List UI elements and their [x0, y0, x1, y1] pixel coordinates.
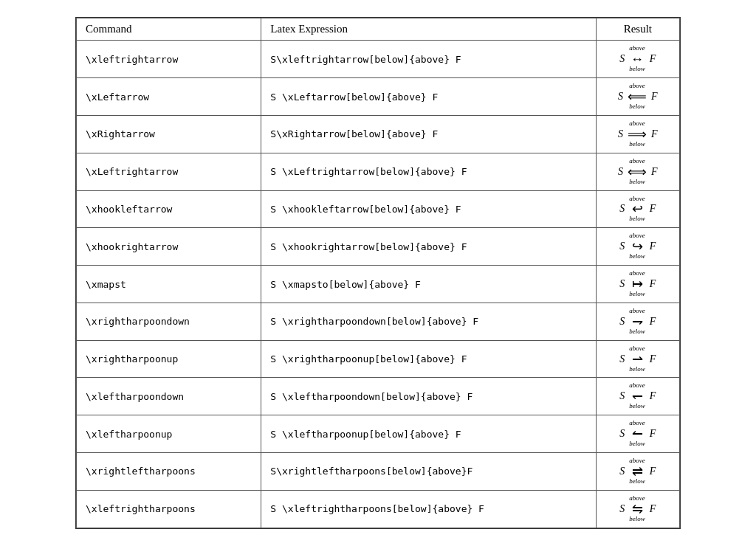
result-display: Sabove⟹belowF — [605, 120, 670, 148]
result-display: Sabove⟺belowF — [605, 158, 670, 186]
s-label: S — [619, 203, 625, 215]
result-display: Sabove↼belowF — [605, 420, 670, 448]
command-cell: \xLeftrightarrow — [77, 153, 261, 190]
arrow-group: above⇌below — [629, 457, 645, 485]
s-label: S — [619, 53, 625, 65]
arrow-symbol: ⇋ — [632, 502, 643, 516]
f-label: F — [650, 316, 656, 328]
arrow-symbol: ⟸ — [628, 90, 647, 103]
latex-cell: S \xhookleftarrow[below]{above} F — [261, 190, 596, 228]
below-label: below — [629, 291, 645, 298]
result-display: Sabove⇁belowF — [605, 308, 670, 336]
header-latex: Latex Expression — [261, 18, 596, 41]
arrow-symbol: ⟹ — [628, 128, 647, 141]
result-cell: Sabove⇋belowF — [596, 490, 679, 528]
table-row: \xrightharpoonupS \xrightharpoonup[below… — [77, 340, 680, 378]
result-cell: Sabove⇁belowF — [596, 303, 679, 340]
s-label: S — [619, 390, 625, 402]
table-row: \xleftharpoondownS \xleftharpoondown[bel… — [77, 378, 680, 415]
command-cell: \xhookleftarrow — [77, 190, 261, 228]
arrow-group: above⟹below — [628, 120, 647, 148]
arrow-symbol: ↦ — [632, 277, 643, 291]
table-row: \xhookleftarrowS \xhookleftarrow[below]{… — [77, 190, 680, 228]
arrow-symbol: ↔ — [630, 52, 644, 66]
s-label: S — [619, 241, 625, 252]
latex-cell: S \xmapsto[below]{above} F — [261, 266, 596, 303]
table-row: \xmapstS \xmapsto[below]{above} FSabove↦… — [77, 266, 680, 303]
below-label: below — [629, 141, 645, 148]
command-cell: \xleftrightarrow — [77, 41, 261, 78]
result-cell: Sabove↽belowF — [596, 378, 679, 415]
latex-cell: S \xrightharpoondown[below]{above} F — [261, 303, 596, 340]
table-row: \xleftharpoonupS \xleftharpoonup[below]{… — [77, 415, 680, 453]
result-cell: Sabove⟹belowF — [596, 115, 679, 153]
result-cell: Sabove↪belowF — [596, 228, 679, 266]
result-cell: Sabove⟺belowF — [596, 153, 679, 190]
s-label: S — [619, 466, 625, 477]
command-cell: \xleftharpoonup — [77, 415, 261, 453]
s-label: S — [619, 503, 625, 515]
arrow-symbol: ⇀ — [632, 353, 643, 366]
command-cell: \xrightleftharpoons — [77, 453, 261, 491]
below-label: below — [629, 328, 645, 336]
below-label: below — [629, 66, 645, 73]
command-cell: \xrightharpoondown — [77, 303, 261, 340]
arrow-group: above↼below — [629, 420, 645, 448]
result-display: Sabove↔belowF — [605, 45, 670, 73]
table-row: \xrightleftharpoonsS\xrightleftharpoons[… — [77, 453, 680, 491]
arrow-group: above⇋below — [629, 495, 645, 523]
command-cell: \xRightarrow — [77, 115, 261, 153]
table-header-row: Command Latex Expression Result — [77, 18, 680, 41]
command-cell: \xleftharpoondown — [77, 378, 261, 415]
arrow-symbol: ⇌ — [632, 465, 643, 478]
s-label: S — [619, 428, 625, 440]
arrow-group: above⟺below — [628, 158, 647, 186]
f-label: F — [651, 166, 658, 178]
arrow-group: above↪below — [629, 232, 645, 260]
table-row: \xleftrightharpoonsS \xleftrightharpoons… — [77, 490, 680, 528]
below-label: below — [629, 253, 645, 260]
latex-commands-table: Command Latex Expression Result \xleftri… — [76, 18, 680, 528]
table-row: \xhookrightarrowS \xhookrightarrow[below… — [77, 228, 680, 266]
arrow-symbol: ↼ — [632, 427, 643, 440]
f-label: F — [650, 466, 656, 477]
table-row: \xrightharpoondownS \xrightharpoondown[b… — [77, 303, 680, 340]
arrow-group: above↽below — [629, 382, 645, 410]
arrow-group: above⟸below — [628, 83, 647, 111]
s-label: S — [618, 128, 623, 140]
result-cell: Sabove↩belowF — [596, 190, 679, 228]
latex-cell: S\xleftrightarrow[below]{above} F — [261, 41, 596, 78]
latex-cell: S \xleftharpoondown[below]{above} F — [261, 378, 596, 415]
arrow-symbol: ⇁ — [632, 315, 643, 328]
table-row: \xleftrightarrowS\xleftrightarrow[below]… — [77, 41, 680, 78]
latex-cell: S \xleftharpoonup[below]{above} F — [261, 415, 596, 453]
table-row: \xRightarrowS\xRightarrow[below]{above} … — [77, 115, 680, 153]
f-label: F — [650, 503, 656, 515]
below-label: below — [629, 440, 645, 448]
result-cell: Sabove↼belowF — [596, 415, 679, 453]
below-label: below — [629, 366, 645, 373]
latex-cell: S\xRightarrow[below]{above} F — [261, 115, 596, 153]
s-label: S — [618, 166, 623, 178]
result-cell: Sabove⇀belowF — [596, 340, 679, 378]
f-label: F — [650, 353, 656, 365]
result-display: Sabove⟸belowF — [605, 83, 670, 111]
latex-cell: S\xrightleftharpoons[below]{above}F — [261, 453, 596, 491]
s-label: S — [618, 91, 623, 103]
result-display: Sabove↩belowF — [605, 196, 670, 224]
result-cell: Sabove↔belowF — [596, 41, 679, 78]
arrow-group: above⇀below — [629, 345, 645, 373]
arrow-symbol: ↪ — [632, 240, 643, 253]
result-display: Sabove↪belowF — [605, 232, 670, 260]
below-label: below — [629, 478, 645, 485]
arrow-symbol: ↽ — [632, 390, 643, 403]
f-label: F — [650, 278, 656, 290]
command-cell: \xLeftarrow — [77, 78, 261, 116]
below-label: below — [629, 103, 645, 111]
arrow-symbol: ⟺ — [628, 165, 647, 179]
f-label: F — [650, 53, 656, 65]
command-cell: \xmapst — [77, 266, 261, 303]
table-row: \xLeftarrowS \xLeftarrow[below]{above} F… — [77, 78, 680, 116]
result-cell: Sabove↦belowF — [596, 266, 679, 303]
below-label: below — [629, 215, 645, 223]
